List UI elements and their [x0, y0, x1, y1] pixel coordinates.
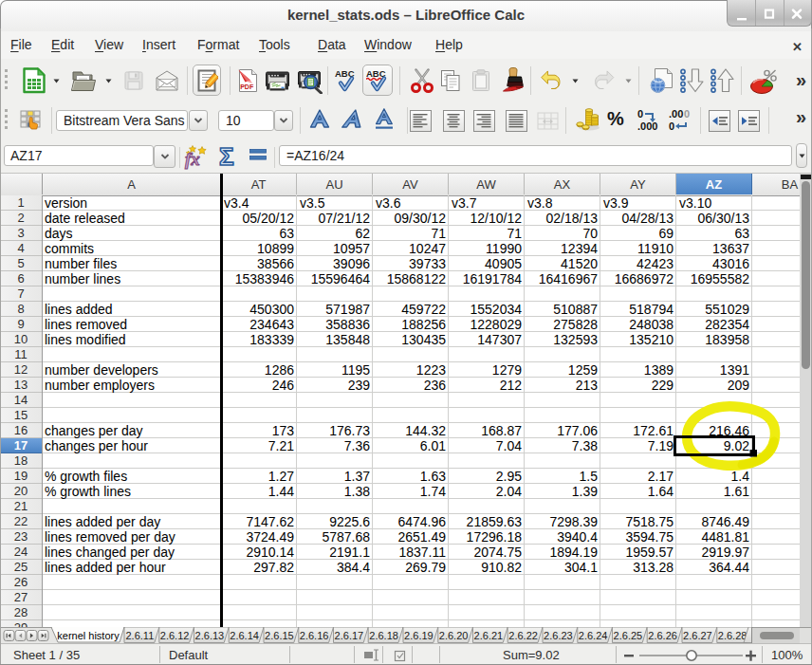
svg-text:2.6.23: 2.6.23 — [544, 630, 573, 641]
svg-text:2.6.13: 2.6.13 — [195, 630, 225, 641]
svg-text:2.6.21: 2.6.21 — [474, 630, 504, 641]
svg-text:.00: .00 — [669, 108, 683, 120]
svg-text:Σ: Σ — [219, 142, 234, 171]
svg-text:2.6.19: 2.6.19 — [404, 630, 434, 641]
svg-text:2.6.11: 2.6.11 — [126, 630, 155, 641]
svg-text:PDF: PDF — [240, 83, 254, 90]
svg-text:0: 0 — [637, 108, 643, 120]
svg-text:2.6.25: 2.6.25 — [614, 630, 643, 641]
svg-text:2.6.17: 2.6.17 — [335, 630, 364, 641]
svg-text:2.6.27: 2.6.27 — [683, 630, 712, 641]
svg-text:2.6.16: 2.6.16 — [300, 630, 329, 641]
svg-text:2.6.14: 2.6.14 — [230, 630, 259, 641]
svg-text:2.6.20: 2.6.20 — [439, 630, 469, 641]
svg-text:.000: .000 — [637, 120, 657, 132]
svg-text:fx: fx — [185, 149, 200, 169]
svg-text:kernel history: kernel history — [57, 630, 120, 641]
svg-text:2.6.18: 2.6.18 — [369, 630, 398, 641]
svg-text:2.6.28: 2.6.28 — [718, 630, 747, 641]
svg-text:2.6.26: 2.6.26 — [648, 630, 677, 641]
svg-text:2.6.15: 2.6.15 — [265, 630, 294, 641]
svg-text:2.6.12: 2.6.12 — [160, 630, 190, 641]
svg-text:0: 0 — [684, 108, 690, 120]
svg-text:0: 0 — [669, 120, 674, 132]
svg-text:2.6.24: 2.6.24 — [579, 630, 608, 641]
svg-text:2.6.22: 2.6.22 — [508, 630, 538, 641]
